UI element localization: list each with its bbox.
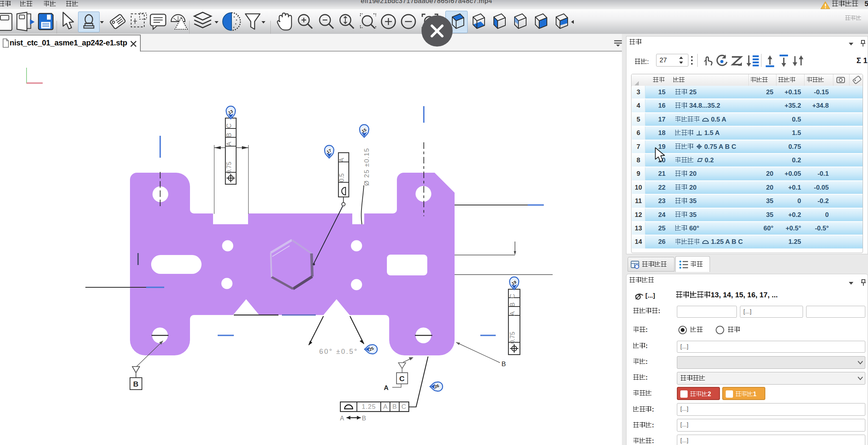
svg-text:0.75: 0.75 [509, 332, 516, 343]
svg-text:A: A [340, 415, 344, 422]
svg-text:B: B [225, 133, 233, 137]
svg-text:A: A [384, 384, 388, 392]
svg-text:A: A [509, 311, 516, 316]
svg-text:C: C [399, 375, 405, 383]
svg-text:60° ±0.5°: 60° ±0.5° [319, 348, 358, 355]
svg-text:B: B [509, 302, 516, 307]
svg-text:A: A [383, 403, 388, 410]
svg-text:C: C [509, 294, 516, 298]
svg-text:C: C [225, 123, 233, 128]
svg-text:B: B [392, 403, 397, 410]
svg-text:B: B [133, 380, 138, 388]
svg-text:A: A [225, 142, 233, 146]
svg-text:C: C [402, 403, 406, 410]
svg-text:0.5: 0.5 [338, 173, 345, 182]
svg-text:Ø 25 ±0.15: Ø 25 ±0.15 [363, 148, 370, 186]
svg-text:1.25: 1.25 [362, 403, 376, 410]
svg-text:B: B [501, 360, 506, 368]
svg-text:A: A [338, 158, 345, 162]
svg-text:0.75: 0.75 [226, 162, 232, 173]
svg-text:B: B [362, 415, 366, 422]
